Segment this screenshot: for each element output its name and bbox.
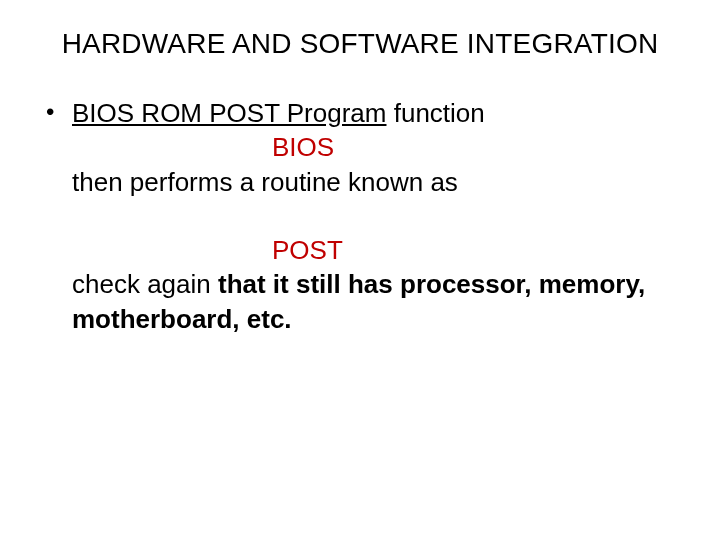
bios-rom-post-program: BIOS ROM POST Program (72, 98, 386, 128)
line-1: BIOS ROM POST Program function (72, 96, 680, 130)
routine-text: then performs a routine known as (72, 167, 458, 197)
line-2-bios: BIOS (72, 130, 680, 164)
blank-line (72, 199, 680, 233)
line-3: then performs a routine known as (72, 165, 680, 199)
line-4-post: POST (72, 233, 680, 267)
slide: HARDWARE AND SOFTWARE INTEGRATION BIOS R… (0, 0, 720, 540)
slide-title: HARDWARE AND SOFTWARE INTEGRATION (36, 28, 684, 60)
line-5: check again that it still has processor,… (72, 267, 680, 336)
function-text: function (386, 98, 484, 128)
body-list: BIOS ROM POST Program function BIOS then… (36, 96, 684, 336)
check-again-text: check again (72, 269, 211, 299)
bullet-item: BIOS ROM POST Program function BIOS then… (46, 96, 680, 336)
